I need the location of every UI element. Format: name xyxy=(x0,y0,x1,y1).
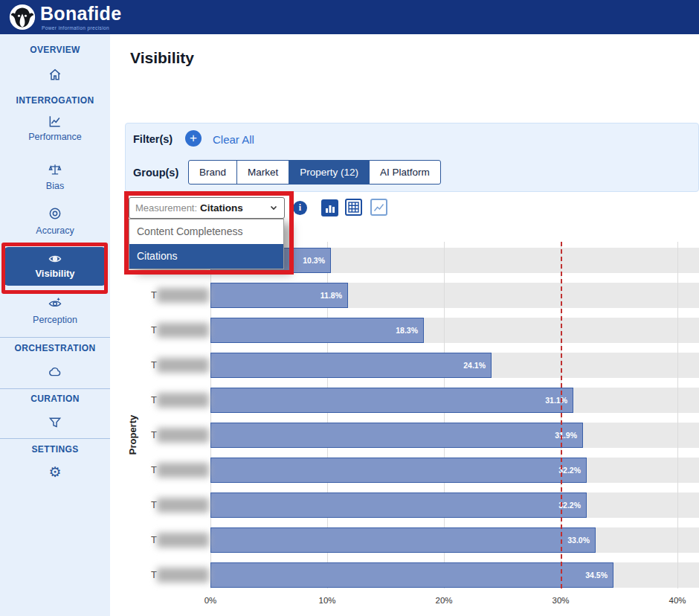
curation-funnel-icon[interactable] xyxy=(48,415,62,430)
visibility-eye-icon xyxy=(48,251,62,266)
y-axis-label-redacted xyxy=(157,533,209,548)
measurement-dropdown-label: Measurement: xyxy=(135,202,197,214)
chart-bar[interactable]: 33.0% xyxy=(210,527,596,553)
bar-value-label: 34.5% xyxy=(585,571,608,580)
y-axis-title: Property xyxy=(127,405,138,465)
measurement-dropdown[interactable]: Measurement: Citations xyxy=(129,197,285,219)
sidebar-item-visibility[interactable]: Visibility xyxy=(4,247,106,286)
group-button-row: Brand Market Property (12) AI Platform xyxy=(188,160,441,185)
sidebar-item-perception[interactable]: Perception xyxy=(0,315,110,325)
sidebar-section-orchestration: ORCHESTRATION xyxy=(0,343,110,353)
y-axis-label-redacted xyxy=(157,463,209,478)
sidebar: OVERVIEW INTERROGATION Performance Bias … xyxy=(0,34,110,616)
sidebar-section-overview: OVERVIEW xyxy=(0,45,110,55)
sidebar-section-interrogation: INTERROGATION xyxy=(0,95,110,106)
performance-chart-icon[interactable] xyxy=(48,114,62,129)
filter-panel: Filter(s) + Clear All Group(s) Brand Mar… xyxy=(125,123,699,192)
table-view-button[interactable] xyxy=(345,199,362,216)
groups-label: Group(s) xyxy=(133,167,178,179)
chart-bar[interactable]: 32.2% xyxy=(210,458,587,483)
sidebar-item-bias[interactable]: Bias xyxy=(0,181,110,191)
sidebar-section-settings: SETTINGS xyxy=(0,444,110,455)
bar-value-label: 10.3% xyxy=(303,256,325,265)
measurement-dropdown-menu: Content Completeness Citations xyxy=(129,219,284,269)
orchestration-cloud-icon[interactable] xyxy=(48,365,62,379)
y-axis-label-prefix: T xyxy=(151,429,157,440)
add-filter-button[interactable]: + xyxy=(185,130,202,147)
sidebar-item-visibility-label: Visibility xyxy=(4,268,106,279)
sidebar-item-performance[interactable]: Performance xyxy=(0,132,110,142)
bias-scales-icon[interactable] xyxy=(48,162,62,177)
x-axis-tick-label: 20% xyxy=(435,596,452,605)
bar-chart-view-button[interactable] xyxy=(321,199,338,216)
x-axis-tick-label: 0% xyxy=(204,596,217,605)
bar-value-label: 33.0% xyxy=(567,536,590,545)
y-axis-label-prefix: T xyxy=(151,499,157,510)
dropdown-option-content-completeness[interactable]: Content Completeness xyxy=(129,219,283,244)
filters-label: Filter(s) xyxy=(133,133,173,145)
y-axis-label-prefix: T xyxy=(151,464,157,475)
y-axis-label-prefix: T xyxy=(151,289,157,301)
y-axis-label-prefix: T xyxy=(151,359,157,370)
chart-bar[interactable]: 31.1% xyxy=(210,388,573,413)
y-axis-label-redacted xyxy=(157,323,209,338)
group-button-market[interactable]: Market xyxy=(236,160,289,185)
y-axis-label-prefix: T xyxy=(151,569,157,580)
brand-name: Bonafide xyxy=(40,3,121,25)
bar-value-label: 31.1% xyxy=(545,396,567,405)
y-axis-label-prefix: T xyxy=(151,394,157,405)
chart-bar[interactable]: 32.2% xyxy=(210,493,587,518)
bar-value-label: 31.9% xyxy=(555,431,577,440)
group-button-ai-platform[interactable]: AI Platform xyxy=(369,160,441,185)
chart-bar[interactable]: 11.8% xyxy=(210,283,348,308)
page-title: Visibility xyxy=(130,49,194,67)
home-icon[interactable] xyxy=(48,67,62,82)
chart-bar[interactable]: 31.9% xyxy=(210,423,583,448)
sidebar-divider xyxy=(0,388,110,389)
y-axis-label-prefix: T xyxy=(151,534,157,545)
y-axis-label-redacted xyxy=(157,568,209,583)
info-icon[interactable]: i xyxy=(293,201,307,215)
chart-bar[interactable]: 24.1% xyxy=(210,353,492,378)
dropdown-option-citations[interactable]: Citations xyxy=(129,244,283,269)
measurement-dropdown-value: Citations xyxy=(200,202,243,214)
sidebar-divider xyxy=(0,337,110,338)
line-chart-view-button[interactable] xyxy=(370,199,387,216)
group-button-brand[interactable]: Brand xyxy=(188,160,237,185)
sidebar-divider xyxy=(0,438,110,439)
y-axis-label-redacted xyxy=(157,358,209,373)
y-axis-label-redacted xyxy=(157,428,209,443)
x-axis-tick-label: 40% xyxy=(669,596,686,605)
group-button-property[interactable]: Property (12) xyxy=(289,160,370,185)
y-axis-label-redacted xyxy=(157,498,209,513)
bar-chart: Property 0%10%20%30%40%10.3%T11.8%T18.3%… xyxy=(110,34,699,616)
y-axis-label-redacted xyxy=(157,288,209,303)
chart-gridline xyxy=(677,242,678,588)
bonafide-dog-logo-icon xyxy=(9,4,36,31)
clear-all-button[interactable]: Clear All xyxy=(213,133,254,146)
main-content: Visibility Filter(s) + Clear All Group(s… xyxy=(110,34,699,616)
y-axis-label-prefix: T xyxy=(151,324,157,336)
app-header: Bonafide Power information precision xyxy=(0,0,699,34)
sidebar-item-accuracy[interactable]: Accuracy xyxy=(0,225,110,236)
chart-bar[interactable]: 34.5% xyxy=(210,562,613,588)
x-axis-tick-label: 10% xyxy=(318,596,335,605)
bar-value-label: 11.8% xyxy=(320,291,342,300)
y-axis-label-redacted xyxy=(157,393,209,408)
accuracy-target-icon[interactable] xyxy=(48,206,62,221)
sidebar-section-curation: CURATION xyxy=(0,394,110,404)
bar-value-label: 18.3% xyxy=(396,326,418,335)
reference-line xyxy=(561,242,562,588)
brand-tagline: Power information precision xyxy=(42,25,109,31)
chevron-down-icon xyxy=(269,202,278,215)
settings-gear-icon[interactable]: ⚙ xyxy=(48,465,62,480)
perception-eye-sparkle-icon[interactable] xyxy=(48,295,62,310)
chart-bar[interactable]: 18.3% xyxy=(210,318,424,343)
bar-value-label: 24.1% xyxy=(463,361,486,370)
x-axis-tick-label: 30% xyxy=(552,596,569,605)
